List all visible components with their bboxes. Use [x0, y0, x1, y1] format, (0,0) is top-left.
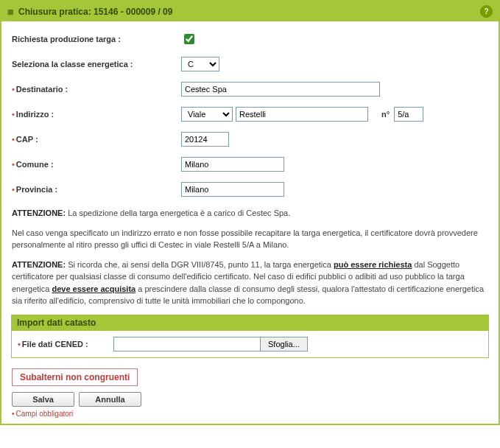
provincia-input[interactable] — [181, 182, 284, 197]
indirizzo-n-label: n° — [381, 110, 390, 119]
file-label: File dati CENED : — [22, 340, 88, 349]
targa-checkbox[interactable] — [184, 34, 194, 44]
provincia-label: Provincia : — [16, 185, 57, 194]
import-header: Import dati catasto — [11, 315, 489, 331]
req-dot: • — [12, 110, 15, 119]
req-dot: • — [12, 185, 15, 194]
comune-input[interactable] — [181, 157, 284, 172]
panel-title: Chiusura pratica: 15146 - 000009 / 09 — [18, 7, 172, 17]
subalterni-warning-link[interactable]: Subalterni non congruenti — [12, 368, 138, 386]
indirizzo-num-input[interactable] — [394, 107, 423, 122]
form-icon: ▦ — [7, 8, 14, 15]
comune-label: Comune : — [16, 160, 54, 169]
panel-header: ▦ Chiusura pratica: 15146 - 000009 / 09 … — [1, 1, 499, 21]
save-button[interactable]: Salva — [12, 392, 74, 407]
main-panel: ▦ Chiusura pratica: 15146 - 000009 / 09 … — [0, 0, 500, 425]
mandatory-note: •Campi obbligatori — [12, 410, 488, 418]
req-dot: • — [18, 340, 21, 349]
indirizzo-tipo-select[interactable]: Viale — [181, 107, 233, 122]
destinatario-label: Destinatario : — [16, 85, 68, 94]
targa-label: Richiesta produzione targa : — [12, 35, 181, 43]
file-input[interactable] — [113, 337, 261, 351]
req-dot: • — [12, 85, 15, 94]
cap-input[interactable] — [181, 132, 229, 147]
help-icon[interactable]: ? — [480, 5, 493, 18]
cap-label: CAP : — [16, 135, 38, 144]
indirizzo-label: Indirizzo : — [16, 110, 54, 119]
browse-button[interactable]: Sfoglia... — [260, 337, 308, 351]
classe-select[interactable]: C — [181, 57, 219, 71]
req-dot: • — [12, 160, 15, 169]
attention-1: ATTENZIONE: La spedizione della targa en… — [12, 207, 488, 220]
cancel-button[interactable]: Annulla — [79, 392, 141, 407]
req-dot: • — [12, 135, 15, 144]
paragraph-2: Nel caso venga specificato un indirizzo … — [12, 227, 488, 251]
import-body: •File dati CENED : Sfoglia... — [11, 331, 489, 358]
destinatario-input[interactable] — [181, 82, 380, 97]
indirizzo-via-input[interactable] — [236, 107, 368, 122]
classe-label: Seleziona la classe energetica : — [12, 60, 181, 69]
attention-2: ATTENZIONE: Si ricorda che, ai sensi del… — [12, 259, 488, 307]
